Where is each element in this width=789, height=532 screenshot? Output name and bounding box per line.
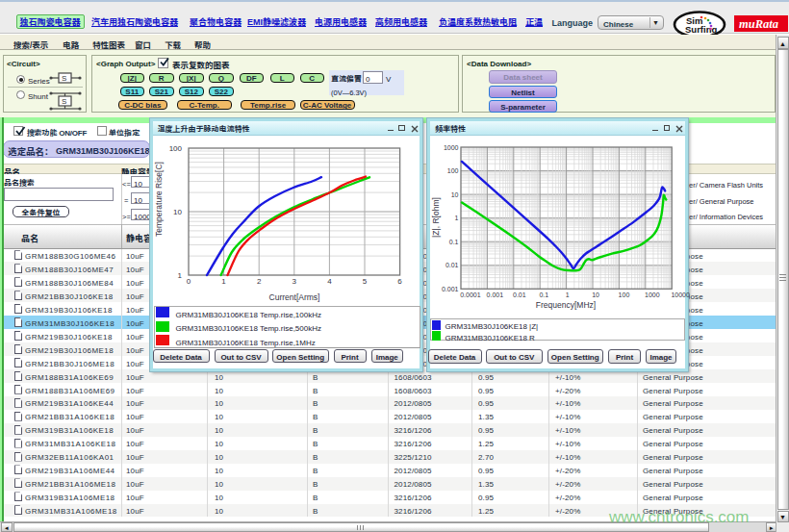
svg-text:Surfing: Surfing bbox=[685, 24, 717, 35]
svg-text:S: S bbox=[62, 74, 66, 83]
svg-text:S: S bbox=[62, 97, 66, 106]
